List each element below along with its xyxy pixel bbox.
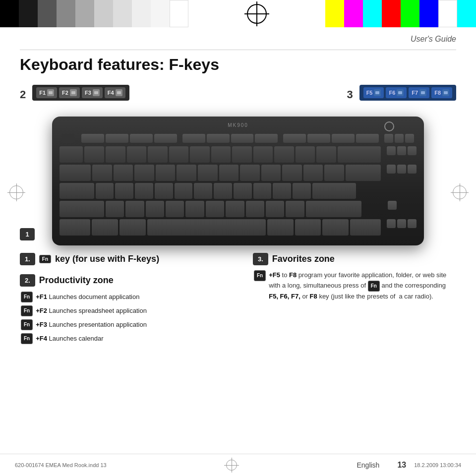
footer-center-crosshair (224, 458, 239, 473)
left-key (387, 219, 396, 228)
content-section: 1. Fn key (for use with F-keys) 2. Produ… (20, 253, 456, 353)
menu-key (322, 219, 349, 236)
a-key (96, 183, 114, 199)
footer-right-group: English 13 18.2.2009 13:00:34 (357, 461, 461, 470)
u-key (219, 165, 239, 181)
item3-title: 3. Favorites zone (253, 253, 456, 265)
swatch-green (401, 0, 419, 27)
gap1 (76, 134, 80, 143)
f8-key (255, 134, 278, 143)
w-key (114, 165, 133, 181)
gap3 (279, 134, 282, 143)
3-key (127, 146, 147, 163)
keyboard-main-area (60, 146, 416, 236)
rshift-key (306, 201, 361, 217)
fn-inline-icon: Fn (368, 281, 380, 292)
f3-desc: +F3 Launches presentation application (36, 320, 147, 330)
item2-title: 2. Productivity zone (20, 274, 223, 287)
f6-icon-inner (398, 91, 402, 94)
del-key (387, 165, 396, 174)
9-key (253, 146, 273, 163)
f5-label: F5 (366, 90, 373, 96)
swatch-gray5 (113, 0, 132, 27)
gap4 (380, 134, 383, 143)
kbd-row-3 (60, 183, 416, 199)
f10-key (307, 134, 330, 143)
keyboard-fkey-row (62, 134, 414, 143)
p-key (282, 165, 302, 181)
kbd-row-4 (60, 201, 416, 217)
home-key (397, 146, 406, 155)
swatch-gray2 (57, 0, 75, 27)
minus-key (296, 146, 315, 163)
item1-title-text: key (for use with F-keys) (55, 254, 159, 264)
f3-label: F3 (85, 90, 91, 96)
top-crosshair-area (188, 0, 325, 27)
f8-button: F8 (431, 87, 452, 98)
f3-key (130, 134, 153, 143)
d-key (135, 183, 153, 199)
6-key (190, 146, 210, 163)
zones-row: 2 F1 F2 F3 F4 (20, 84, 456, 101)
f2-icon (70, 89, 77, 96)
ralt-key (267, 219, 294, 236)
item2-number: 2. (20, 274, 35, 287)
h-key (194, 183, 212, 199)
rctrl-key (350, 219, 381, 236)
f11-key (332, 134, 355, 143)
footer: 620-001674 EMEA Med Rook.indd 13 English… (0, 454, 476, 476)
swatch-gray6 (132, 0, 151, 27)
down-key (397, 219, 406, 228)
top-divider (20, 50, 456, 50)
item1-number: 1. (20, 253, 35, 265)
f2-key (106, 134, 128, 143)
f6-label: F6 (389, 90, 395, 96)
ins-key (387, 146, 396, 155)
item2-row4: Fn +F4 Launches calendar (21, 333, 223, 344)
item3-fn-row: Fn +F5 to F8 program your favorite appli… (254, 270, 456, 302)
swatch-light (151, 0, 170, 27)
lctrl-key (60, 219, 90, 236)
zone3-fkeys-box: F5 F6 F7 F8 (359, 85, 456, 101)
8-key (232, 146, 252, 163)
lalt-key (119, 219, 146, 236)
quote-key (293, 183, 311, 199)
f8-icon (442, 89, 449, 96)
g-key (175, 183, 193, 199)
n-key (206, 201, 224, 217)
0-key (274, 146, 294, 163)
page-title: Keyboard features: F-keys (20, 56, 219, 74)
swatch-white (170, 0, 188, 27)
esc-key (62, 134, 74, 143)
zone1-number-box: 1 (20, 228, 35, 240)
f4-label: F4 (108, 90, 114, 96)
swatch-red (382, 0, 401, 27)
zone1-label-area: 1 (20, 228, 35, 240)
kbd-row-5 (60, 219, 416, 236)
lbracket-key (303, 165, 323, 181)
j-key (214, 183, 232, 199)
f2-label: F2 (62, 90, 68, 96)
swatch-yellow (325, 0, 344, 27)
gap2 (178, 134, 181, 143)
zone2-group: 2 F1 F2 F3 F4 (20, 84, 129, 101)
f12-key (356, 134, 379, 143)
kbd-row-1 (60, 146, 416, 163)
f7-icon-inner (421, 91, 425, 94)
crosshair-circle (247, 4, 267, 24)
period-key (266, 201, 284, 217)
c-key (146, 201, 164, 217)
i-key (240, 165, 260, 181)
arrow-empty2 (398, 201, 416, 217)
footer-file-info: 620-001674 EMEA Med Rook.indd 13 (15, 462, 107, 468)
zone2-fkeys-box: F1 F2 F3 F4 (32, 85, 129, 101)
end-key (397, 165, 406, 174)
swatch-dark (19, 0, 38, 27)
item3-body: Fn +F5 to F8 program your favorite appli… (253, 270, 456, 302)
rbracket-key (324, 165, 344, 181)
f2-button: F2 (59, 87, 80, 98)
l-key (253, 183, 272, 199)
comma-key (246, 201, 264, 217)
f3-icon (93, 89, 100, 96)
lshift-key (60, 201, 104, 217)
